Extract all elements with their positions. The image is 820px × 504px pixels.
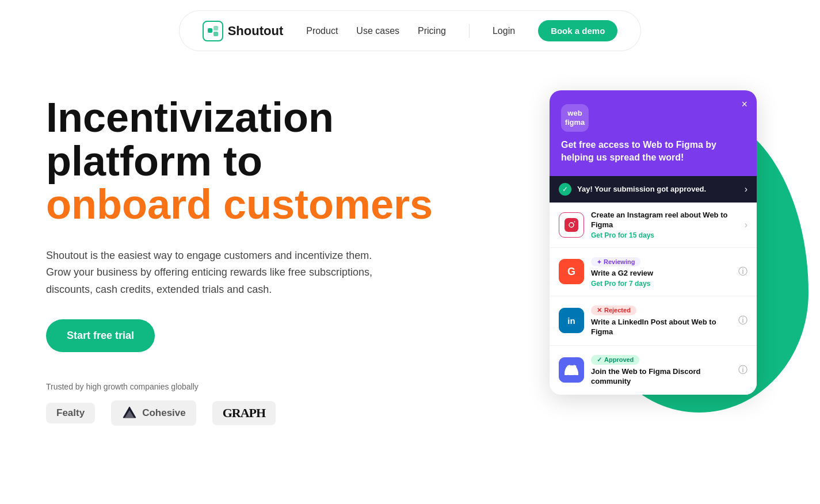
start-free-trial-button[interactable]: Start free trial: [46, 319, 155, 352]
check-circle-icon: ✓: [559, 183, 571, 196]
reviewing-badge: ✦ Reviewing: [591, 257, 640, 266]
hero-right: × web figma Get free access to Web to Fi…: [532, 90, 774, 395]
approved-bar[interactable]: ✓ Yay! Your submission got approved. ›: [550, 176, 757, 203]
info-icon[interactable]: ⓘ: [738, 266, 747, 278]
logo-icon: [203, 21, 223, 41]
task-discord[interactable]: ✓ Approved Join the Web to Figma Discord…: [550, 346, 757, 395]
svg-rect-2: [213, 32, 218, 36]
logo-graph: GRAPH: [212, 401, 276, 425]
task-instagram-title: Create an Instagram reel about Web to Fi…: [591, 211, 738, 230]
logo-fealty: Fealty: [46, 403, 95, 423]
card-header: × web figma Get free access to Web to Fi…: [550, 90, 757, 176]
task-g2-reward: Get Pro for 7 days: [591, 280, 731, 288]
task-linkedin[interactable]: in ✕ Rejected Write a LinkedIn Post abou…: [550, 296, 757, 346]
book-demo-button[interactable]: Book a demo: [538, 20, 617, 41]
hero-title-orange: onboard customers: [46, 181, 433, 227]
logo-cohesive: Cohesive: [111, 400, 196, 426]
hero-left: Incentivization platform to onboard cust…: [46, 85, 433, 426]
hero-section: Incentivization platform to onboard cust…: [0, 62, 820, 464]
info-icon-2[interactable]: ⓘ: [738, 315, 747, 327]
close-icon[interactable]: ×: [741, 98, 747, 110]
task-instagram[interactable]: Create an Instagram reel about Web to Fi…: [550, 203, 757, 248]
task-chevron-icon: ›: [745, 220, 747, 230]
svg-point-7: [574, 221, 575, 222]
svg-rect-0: [208, 28, 212, 33]
login-link[interactable]: Login: [493, 26, 515, 36]
hero-subtitle: Shoutout is the easiest way to engage cu…: [46, 247, 380, 299]
linkedin-icon: in: [559, 308, 584, 333]
info-icon-3[interactable]: ⓘ: [738, 364, 747, 376]
task-instagram-reward: Get Pro for 15 days: [591, 231, 738, 239]
logo[interactable]: Shoutout: [203, 21, 284, 41]
g2-icon: G: [559, 259, 584, 284]
task-linkedin-title: Write a LinkedIn Post about Web to Figma: [591, 318, 731, 337]
logo-text: Shoutout: [228, 24, 284, 39]
task-discord-title: Join the Web to Figma Discord community: [591, 367, 731, 387]
trusted-label: Trusted by high growth companies globall…: [46, 382, 433, 391]
app-card: × web figma Get free access to Web to Fi…: [550, 90, 757, 395]
chevron-right-icon: ›: [745, 184, 747, 194]
instagram-icon: [559, 212, 584, 238]
rejected-badge: ✕ Rejected: [591, 306, 636, 315]
app-icon: web figma: [561, 104, 589, 132]
navbar: Shoutout Product Use cases Pricing Login…: [179, 10, 642, 51]
discord-icon: [559, 357, 584, 383]
trusted-section: Trusted by high growth companies globall…: [46, 382, 433, 426]
card-header-title: Get free access to Web to Figma by helpi…: [561, 139, 745, 165]
approved-badge: ✓ Approved: [591, 355, 639, 365]
hero-title: Incentivization platform to onboard cust…: [46, 96, 433, 227]
approved-text: Yay! Your submission got approved.: [577, 185, 706, 193]
nav-divider: [469, 24, 470, 38]
svg-rect-1: [213, 26, 218, 30]
nav-links: Product Use cases Pricing: [306, 26, 446, 36]
trusted-logos: Fealty Cohesive GRAPH: [46, 400, 433, 426]
nav-product[interactable]: Product: [306, 26, 338, 36]
nav-use-cases[interactable]: Use cases: [356, 26, 399, 36]
nav-pricing[interactable]: Pricing: [418, 26, 446, 36]
task-g2[interactable]: G ✦ Reviewing Write a G2 review Get Pro …: [550, 248, 757, 296]
svg-rect-5: [565, 218, 578, 232]
task-g2-title: Write a G2 review: [591, 269, 731, 278]
